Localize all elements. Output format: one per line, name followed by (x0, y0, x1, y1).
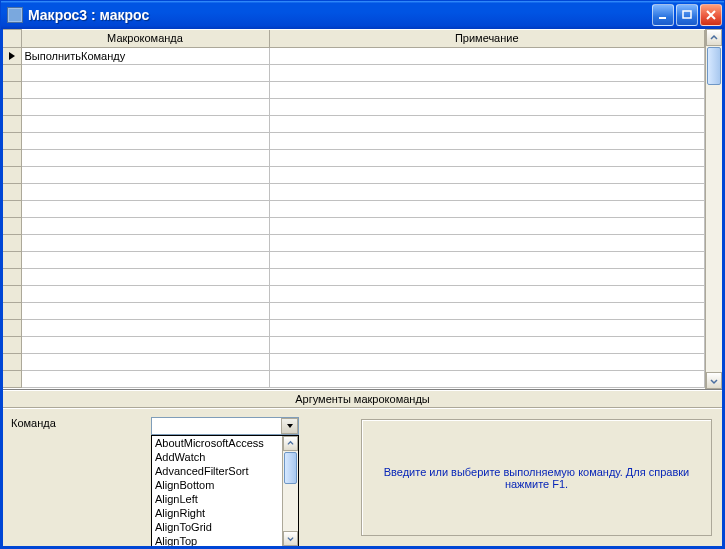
cell-command[interactable] (21, 99, 269, 116)
cell-command[interactable] (21, 354, 269, 371)
cell-note[interactable] (269, 167, 705, 184)
cell-command[interactable] (21, 218, 269, 235)
scroll-thumb[interactable] (707, 47, 721, 85)
table-row[interactable] (3, 252, 705, 269)
row-selector[interactable] (3, 99, 21, 116)
row-selector[interactable] (3, 48, 21, 65)
row-selector[interactable] (3, 116, 21, 133)
listbox-scroll-up[interactable] (283, 436, 298, 451)
scroll-track[interactable] (706, 46, 722, 372)
cell-note[interactable] (269, 201, 705, 218)
cell-command[interactable] (21, 252, 269, 269)
cell-command[interactable] (21, 65, 269, 82)
cell-note[interactable] (269, 133, 705, 150)
cell-note[interactable] (269, 252, 705, 269)
cell-command[interactable] (21, 133, 269, 150)
command-listbox[interactable]: AboutMicrosoftAccessAddWatchAdvancedFilt… (151, 435, 299, 547)
scroll-down-button[interactable] (706, 372, 722, 389)
table-row[interactable] (3, 371, 705, 388)
titlebar[interactable]: Макрос3 : макрос (1, 1, 724, 29)
cell-command[interactable] (21, 201, 269, 218)
cell-note[interactable] (269, 269, 705, 286)
table-row[interactable] (3, 184, 705, 201)
table-row[interactable] (3, 286, 705, 303)
table-row[interactable] (3, 337, 705, 354)
cell-note[interactable] (269, 48, 705, 65)
grid-scroll[interactable]: Макрокоманда Примечание ВыполнитьКоманду (3, 29, 705, 389)
table-row[interactable] (3, 99, 705, 116)
table-row[interactable] (3, 133, 705, 150)
cell-note[interactable] (269, 99, 705, 116)
cell-command[interactable] (21, 286, 269, 303)
list-item[interactable]: AlignLeft (152, 492, 282, 506)
row-selector[interactable] (3, 337, 21, 354)
combo-dropdown-button[interactable] (281, 418, 298, 434)
cell-note[interactable] (269, 337, 705, 354)
table-row[interactable] (3, 303, 705, 320)
table-row[interactable] (3, 150, 705, 167)
cell-note[interactable] (269, 286, 705, 303)
cell-note[interactable] (269, 303, 705, 320)
listbox-scroll-down[interactable] (283, 531, 298, 546)
list-item[interactable]: AboutMicrosoftAccess (152, 436, 282, 450)
table-row[interactable] (3, 201, 705, 218)
table-row[interactable] (3, 269, 705, 286)
row-selector[interactable] (3, 133, 21, 150)
minimize-button[interactable] (652, 4, 674, 26)
table-row[interactable] (3, 65, 705, 82)
close-button[interactable] (700, 4, 722, 26)
table-row[interactable]: ВыполнитьКоманду (3, 48, 705, 65)
cell-command[interactable]: ВыполнитьКоманду (21, 48, 269, 65)
command-input[interactable] (151, 417, 299, 435)
list-item[interactable]: AlignRight (152, 506, 282, 520)
cell-command[interactable] (21, 235, 269, 252)
cell-command[interactable] (21, 371, 269, 388)
vertical-scrollbar[interactable] (705, 29, 722, 389)
cell-command[interactable] (21, 320, 269, 337)
col-command-header[interactable]: Макрокоманда (21, 30, 269, 48)
list-item[interactable]: AlignToGrid (152, 520, 282, 534)
cell-note[interactable] (269, 235, 705, 252)
row-selector[interactable] (3, 354, 21, 371)
row-selector[interactable] (3, 303, 21, 320)
list-item[interactable]: AlignTop (152, 534, 282, 547)
maximize-button[interactable] (676, 4, 698, 26)
table-row[interactable] (3, 82, 705, 99)
table-row[interactable] (3, 116, 705, 133)
row-selector[interactable] (3, 167, 21, 184)
cell-command[interactable] (21, 150, 269, 167)
row-selector[interactable] (3, 235, 21, 252)
row-selector[interactable] (3, 218, 21, 235)
row-selector[interactable] (3, 269, 21, 286)
cell-note[interactable] (269, 82, 705, 99)
row-selector[interactable] (3, 65, 21, 82)
row-selector[interactable] (3, 320, 21, 337)
cell-command[interactable] (21, 269, 269, 286)
row-selector[interactable] (3, 286, 21, 303)
cell-command[interactable] (21, 116, 269, 133)
cell-note[interactable] (269, 218, 705, 235)
listbox-scrollbar[interactable] (282, 436, 298, 546)
listbox-track[interactable] (283, 451, 298, 531)
cell-command[interactable] (21, 184, 269, 201)
cell-note[interactable] (269, 354, 705, 371)
listbox-thumb[interactable] (284, 452, 297, 484)
table-row[interactable] (3, 167, 705, 184)
row-selector[interactable] (3, 371, 21, 388)
cell-note[interactable] (269, 184, 705, 201)
list-item[interactable]: AdvancedFilterSort (152, 464, 282, 478)
row-selector[interactable] (3, 252, 21, 269)
row-selector[interactable] (3, 82, 21, 99)
row-selector[interactable] (3, 201, 21, 218)
cell-command[interactable] (21, 303, 269, 320)
row-selector[interactable] (3, 184, 21, 201)
row-selector-header[interactable] (3, 30, 21, 48)
cell-command[interactable] (21, 167, 269, 184)
list-item[interactable]: AlignBottom (152, 478, 282, 492)
list-item[interactable]: AddWatch (152, 450, 282, 464)
cell-command[interactable] (21, 337, 269, 354)
cell-note[interactable] (269, 116, 705, 133)
cell-note[interactable] (269, 371, 705, 388)
table-row[interactable] (3, 235, 705, 252)
scroll-up-button[interactable] (706, 29, 722, 46)
